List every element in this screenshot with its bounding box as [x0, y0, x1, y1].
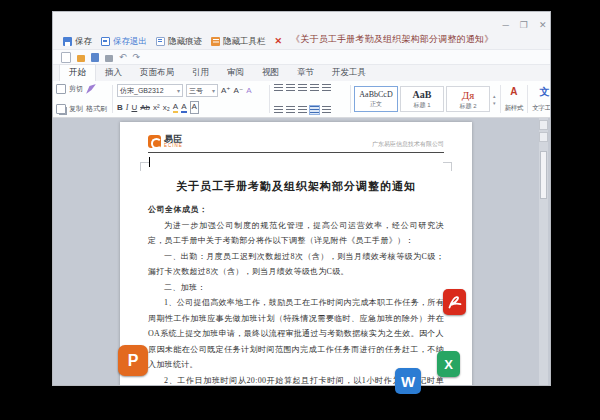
open-folder-icon[interactable] [77, 55, 85, 62]
font-name-combobox[interactable]: 仿宋_GB2312 ▾ [117, 84, 183, 97]
hide-toolbar-button[interactable]: 隐藏工具栏 [211, 36, 266, 46]
font-size-combobox[interactable]: 三号 ▾ [186, 84, 218, 97]
style-heading1[interactable]: AaB 标题 1 [400, 86, 444, 112]
ribbon-separator [527, 85, 528, 113]
hide-toolbar-icon [211, 37, 220, 46]
excel-letter: X [444, 357, 453, 372]
paragraph: 一、出勤：月度员工迟到次数超过8次（含），则当月绩效考核等级为C级；漏打卡次数超… [148, 249, 444, 280]
italic-button[interactable]: I [126, 103, 129, 113]
word-processor-window: 保存 保存退出 隐藏痕迹 隐藏工具栏 ✕ 《关于员工手册考勤及组织架构部分调整的… [53, 12, 550, 385]
tab-developer[interactable]: 开发工具 [323, 65, 375, 81]
cut-icon[interactable] [56, 84, 66, 94]
decrease-indent-icon[interactable] [298, 84, 307, 92]
save-icon [63, 37, 72, 46]
styles-scroll-up-icon[interactable]: ▴ [493, 93, 496, 99]
ribbon-tabs: 开始 插入 页面布局 引用 审阅 视图 章节 开发工具 [53, 65, 550, 81]
company-logo: 易臣 ECINE [148, 135, 183, 149]
margin-mark-left-icon [140, 162, 149, 171]
tab-view[interactable]: 视图 [253, 65, 288, 81]
document-title-bar-text: 《关于员工手册考勤及组织架构部分调整的通知》 [291, 33, 493, 46]
ribbon-separator [350, 85, 351, 113]
new-document-icon[interactable] [61, 52, 71, 63]
tab-insert[interactable]: 插入 [96, 65, 131, 81]
line-spacing-icon[interactable] [322, 106, 331, 114]
undo-icon[interactable]: ↶ [119, 53, 127, 62]
font-color-button[interactable]: A [181, 102, 186, 113]
redo-icon[interactable]: ↷ [133, 53, 141, 62]
print-icon[interactable] [105, 55, 113, 62]
save-exit-button[interactable]: 保存退出 [101, 36, 147, 46]
styles-scroll-arrows: ▴ ▾ [492, 93, 497, 106]
align-right-icon[interactable] [298, 106, 307, 114]
hide-traces-label: 隐藏痕迹 [168, 36, 202, 46]
salutation: 公司全体成员： [148, 204, 444, 215]
style-normal[interactable]: AaBbCcD 正文 [354, 86, 398, 112]
tab-page-layout[interactable]: 页面布局 [131, 65, 183, 81]
format-painter-icon[interactable] [86, 84, 96, 94]
ribbon-separator [112, 85, 113, 113]
word-file-icon[interactable]: W [395, 368, 421, 394]
clipboard-group: 剪切 复制 格式刷 [55, 83, 109, 115]
strikethrough-button[interactable]: Ab [140, 103, 150, 113]
hide-traces-button[interactable]: 隐藏痕迹 [156, 36, 202, 46]
bullet-list-icon[interactable] [274, 84, 283, 92]
save-exit-label: 保存退出 [113, 36, 147, 46]
styles-gallery: AaBbCcD 正文 AaB 标题 1 Дя 标题 2 ▴ ▾ [354, 83, 497, 115]
text-effects-button[interactable]: A [246, 86, 251, 96]
company-name: 广东易臣信息技术有限公司 [372, 140, 444, 149]
copy-icon[interactable] [56, 104, 66, 114]
text-tools-button[interactable]: 文 文字工具 [531, 83, 550, 115]
text-tools-label: 文字工具 [532, 104, 550, 113]
tab-review[interactable]: 审阅 [218, 65, 253, 81]
save-button[interactable]: 保存 [63, 36, 92, 46]
tab-sections[interactable]: 章节 [288, 65, 323, 81]
shrink-font-button[interactable]: A⁻ [234, 86, 244, 96]
superscript-button[interactable]: x² [153, 103, 160, 113]
font-size-value: 三号 [189, 86, 203, 96]
numbered-list-icon[interactable] [286, 84, 295, 92]
scrollbar-thumb[interactable] [540, 151, 547, 199]
paragraph-group [273, 83, 347, 115]
screen: 保存 保存退出 隐藏痕迹 隐藏工具栏 ✕ 《关于员工手册考勤及组织架构部分调整的… [0, 0, 600, 420]
word-letter: W [401, 373, 415, 390]
font-group: 仿宋_GB2312 ▾ 三号 ▾ A⁺ A⁻ A B I U Ab [116, 83, 266, 115]
document-heading: 关于员工手册考勤及组织架构部分调整的通知 [148, 179, 444, 194]
underline-button[interactable]: U [131, 103, 137, 113]
excel-file-icon[interactable]: X [437, 351, 460, 377]
document-page[interactable]: 易臣 ECINE 广东易臣信息技术有限公司 关于员工手册考勤及组织架构部分调整的… [120, 122, 472, 385]
tab-references[interactable]: 引用 [183, 65, 218, 81]
copy-label[interactable]: 复制 [69, 104, 83, 114]
chevron-down-icon: ▾ [177, 87, 180, 94]
pdf-file-icon[interactable] [443, 289, 466, 315]
powerpoint-file-icon[interactable]: P [118, 345, 148, 376]
previous-page-button[interactable] [539, 132, 548, 142]
subscript-button[interactable]: x₂ [163, 103, 170, 113]
bold-button[interactable]: B [117, 103, 123, 113]
align-center-icon[interactable] [286, 106, 295, 114]
grow-font-button[interactable]: A⁺ [221, 86, 231, 96]
minimize-button[interactable]: ─ [502, 20, 508, 30]
format-painter-label[interactable]: 格式刷 [86, 104, 107, 114]
new-style-button[interactable]: A 新样式 [504, 83, 525, 115]
highlight-color-button[interactable]: A [173, 102, 178, 113]
quick-save-icon[interactable] [91, 53, 99, 62]
increase-indent-icon[interactable] [310, 84, 319, 92]
ribbon: 剪切 复制 格式刷 仿宋_GB2312 ▾ 三号 [53, 81, 550, 118]
vertical-scrollbar[interactable] [539, 118, 548, 385]
window-close-button[interactable]: ✕ [539, 20, 547, 30]
paragraph: 为进一步加强公司制度的规范化管理，提高公司运营效率，经公司研究决定，员工手册中关… [148, 218, 444, 249]
character-border-button[interactable]: A [190, 101, 199, 114]
styles-scroll-down-icon[interactable]: ▾ [493, 100, 496, 106]
text-direction-icon[interactable] [322, 84, 331, 92]
align-left-icon[interactable] [274, 106, 283, 114]
style-heading2[interactable]: Дя 标题 2 [446, 86, 490, 112]
margin-mark-right-icon [443, 162, 452, 171]
style-heading2-label: 标题 2 [459, 103, 476, 109]
close-panel-button[interactable]: ✕ [275, 36, 283, 46]
justify-icon[interactable] [310, 106, 319, 114]
maximize-button[interactable]: ❐ [520, 20, 528, 30]
page-header: 易臣 ECINE 广东易臣信息技术有限公司 [148, 135, 444, 153]
tab-home[interactable]: 开始 [59, 64, 96, 81]
cut-label[interactable]: 剪切 [69, 84, 83, 94]
scroll-up-button[interactable] [539, 120, 548, 130]
